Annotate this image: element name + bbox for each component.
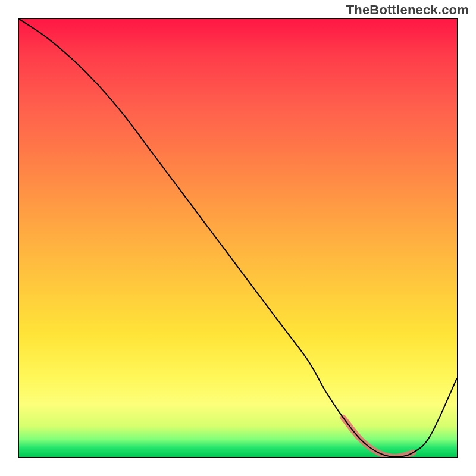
optimal-range-highlight xyxy=(343,418,414,457)
bottleneck-chart: TheBottleneck.com xyxy=(0,0,476,476)
bottleneck-curve-line xyxy=(19,19,457,457)
plot-area xyxy=(18,18,458,458)
watermark-text: TheBottleneck.com xyxy=(346,2,469,18)
chart-svg xyxy=(19,19,457,457)
